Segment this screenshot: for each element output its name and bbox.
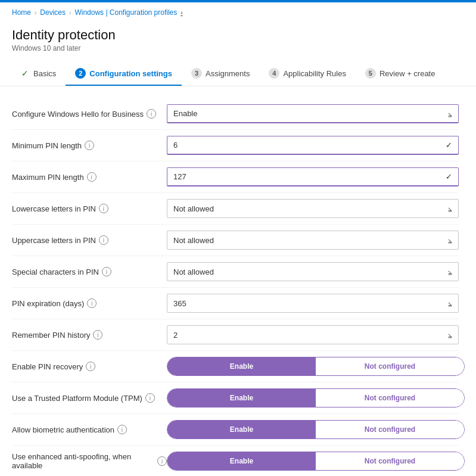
label-biometric: Allow biometric authentication i [12, 425, 167, 434]
info-recovery[interactable]: i [86, 362, 95, 371]
breadcrumb-home[interactable]: Home [12, 8, 31, 17]
select-special[interactable]: Not allowed ⦥ [167, 262, 459, 281]
row-antispoofing: Use enhanced anti-spoofing, when availab… [12, 446, 459, 476]
control-lowercase: Not allowed ⦥ [167, 199, 459, 218]
row-min-pin: Minimum PIN length i 6 ✓ [12, 130, 459, 161]
select-lowercase-value: Not allowed [173, 204, 214, 213]
control-antispoofing: Enable Not configured [167, 452, 465, 471]
check-max-pin: ✓ [446, 172, 452, 181]
info-configure-hello[interactable]: i [147, 109, 156, 119]
info-lowercase[interactable]: i [99, 204, 108, 213]
label-min-pin: Minimum PIN length i [12, 141, 167, 150]
control-recovery: Enable Not configured [167, 357, 465, 376]
info-history[interactable]: i [93, 330, 102, 340]
row-tpm: Use a Trusted Platform Module (TPM) i En… [12, 382, 459, 414]
breadcrumb-sep-1: › [35, 10, 36, 16]
input-max-pin-value: 127 [173, 172, 186, 181]
tab-basics-check: ✓ [21, 69, 29, 78]
input-max-pin[interactable]: 127 ✓ [167, 167, 459, 186]
label-configure-hello: Configure Windows Hello for Business i [12, 109, 167, 119]
label-antispoofing: Use enhanced anti-spoofing, when availab… [12, 452, 167, 470]
info-uppercase[interactable]: i [99, 235, 108, 245]
control-special: Not allowed ⦥ [167, 262, 459, 281]
input-min-pin-value: 6 [173, 141, 178, 150]
select-history[interactable]: 2 ⦥ [167, 325, 459, 344]
chevron-uppercase: ⦥ [448, 236, 452, 244]
label-recovery: Enable PIN recovery i [12, 362, 167, 371]
control-min-pin: 6 ✓ [167, 136, 459, 155]
tab-assignments[interactable]: 3 Assignments [182, 62, 259, 86]
tab-bar: ✓ Basics 2 Configuration settings 3 Assi… [0, 62, 476, 86]
control-uppercase: Not allowed ⦥ [167, 231, 459, 250]
toggle-antispoofing-enable[interactable]: Enable [167, 452, 316, 470]
page-subtitle: Windows 10 and later [12, 44, 464, 52]
tab-review-num: 5 [365, 68, 376, 79]
page-title: Identity protection [12, 27, 464, 43]
tab-review[interactable]: 5 Review + create [356, 62, 445, 86]
toggle-antispoofing-not-configured[interactable]: Not configured [316, 452, 464, 470]
info-special[interactable]: i [102, 267, 111, 276]
select-lowercase[interactable]: Not allowed ⦥ [167, 199, 459, 218]
toggle-recovery: Enable Not configured [167, 357, 465, 376]
row-max-pin: Maximum PIN length i 127 ✓ [12, 161, 459, 193]
select-uppercase[interactable]: Not allowed ⦥ [167, 231, 459, 250]
tab-basics[interactable]: ✓ Basics [12, 63, 66, 85]
label-tpm: Use a Trusted Platform Module (TPM) i [12, 393, 167, 403]
select-history-value: 2 [173, 331, 178, 340]
check-min-pin: ✓ [446, 141, 452, 150]
control-max-pin: 127 ✓ [167, 167, 459, 186]
select-expiration[interactable]: 365 ⦥ [167, 294, 459, 313]
breadcrumb: Home › Devices › Windows | Configuration… [0, 2, 476, 23]
tab-configuration-label: Configuration settings [89, 69, 172, 78]
toggle-biometric-not-configured[interactable]: Not configured [316, 421, 464, 438]
tab-configuration-num: 2 [75, 68, 86, 79]
select-expiration-value: 365 [173, 299, 186, 308]
tab-applicability-label: Applicability Rules [283, 69, 346, 78]
row-uppercase: Uppercase letters in PIN i Not allowed ⦥ [12, 225, 459, 256]
row-lowercase: Lowercase letters in PIN i Not allowed ⦥ [12, 193, 459, 225]
label-lowercase: Lowercase letters in PIN i [12, 204, 167, 213]
info-expiration[interactable]: i [87, 298, 97, 308]
info-tpm[interactable]: i [145, 393, 155, 403]
select-special-value: Not allowed [173, 267, 214, 276]
toggle-antispoofing: Enable Not configured [167, 452, 465, 471]
toggle-tpm-not-configured[interactable]: Not configured [316, 389, 464, 407]
control-tpm: Enable Not configured [167, 388, 465, 407]
select-configure-hello[interactable]: Enable ⦥ [167, 104, 459, 123]
tab-review-label: Review + create [379, 69, 435, 78]
row-special: Special characters in PIN i Not allowed … [12, 256, 459, 288]
toggle-tpm: Enable Not configured [167, 388, 465, 407]
row-history: Remember PIN history i 2 ⦥ [12, 319, 459, 351]
toggle-biometric: Enable Not configured [167, 420, 465, 439]
select-uppercase-value: Not allowed [173, 236, 214, 245]
toggle-biometric-enable[interactable]: Enable [167, 421, 316, 438]
label-expiration: PIN expiration (days) i [12, 298, 167, 308]
chevron-configure-hello: ⦥ [448, 110, 452, 118]
chevron-expiration: ⦥ [448, 299, 452, 307]
tab-applicability[interactable]: 4 Applicability Rules [259, 62, 356, 86]
chevron-history: ⦥ [448, 331, 452, 339]
info-biometric[interactable]: i [117, 425, 127, 434]
label-history: Remember PIN history i [12, 330, 167, 340]
chevron-special: ⦥ [448, 267, 452, 276]
row-recovery: Enable PIN recovery i Enable Not configu… [12, 351, 459, 382]
breadcrumb-devices[interactable]: Devices [40, 8, 66, 17]
info-min-pin[interactable]: i [85, 141, 94, 150]
control-expiration: 365 ⦥ [167, 294, 459, 313]
toggle-recovery-enable[interactable]: Enable [167, 357, 316, 375]
toggle-tpm-enable[interactable]: Enable [167, 389, 316, 407]
info-antispoofing[interactable]: i [157, 456, 167, 466]
tab-assignments-label: Assignments [206, 69, 250, 78]
control-biometric: Enable Not configured [167, 420, 465, 439]
chevron-lowercase: ⦥ [448, 204, 452, 213]
breadcrumb-config-profiles[interactable]: Windows | Configuration profiles [74, 8, 177, 17]
control-configure-hello: Enable ⦥ [167, 104, 459, 123]
control-history: 2 ⦥ [167, 325, 459, 344]
tab-assignments-num: 3 [191, 68, 202, 79]
tab-configuration[interactable]: 2 Configuration settings [66, 62, 182, 86]
row-configure-hello: Configure Windows Hello for Business i E… [12, 98, 459, 130]
input-min-pin[interactable]: 6 ✓ [167, 136, 459, 155]
breadcrumb-sep-2: › [69, 10, 71, 16]
info-max-pin[interactable]: i [87, 172, 97, 182]
toggle-recovery-not-configured[interactable]: Not configured [316, 357, 464, 375]
